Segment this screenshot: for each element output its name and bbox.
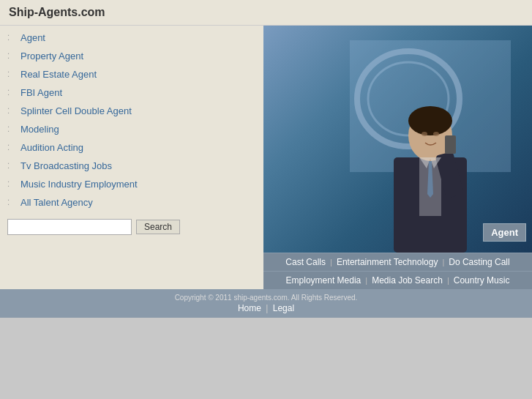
search-button[interactable]: Search xyxy=(136,220,180,234)
sidebar-item-label: Modeling xyxy=(20,124,59,135)
sidebar-item-label: All Talent Agency xyxy=(20,197,93,208)
employment-media-link[interactable]: Employment Media xyxy=(286,275,361,286)
bullet-icon: ⁚ xyxy=(7,52,15,60)
sidebar-item-property-agent[interactable]: ⁚Property Agent xyxy=(0,47,263,65)
separator-3: | xyxy=(365,276,367,285)
separator-2: | xyxy=(442,258,444,266)
sidebar-item-real-estate-agent[interactable]: ⁚Real Estate Agent xyxy=(0,65,263,83)
sidebar-item-splinter-cell-double-agent[interactable]: ⁚Splinter Cell Double Agent xyxy=(0,102,263,120)
nav-list: ⁚Agent⁚Property Agent⁚Real Estate Agent⁚… xyxy=(0,29,263,212)
svg-point-7 xyxy=(408,106,452,135)
sidebar-item-label: Tv Broadcasting Jobs xyxy=(20,160,112,171)
legal-link[interactable]: Legal xyxy=(273,303,294,313)
sidebar-item-label: Splinter Cell Double Agent xyxy=(20,105,132,116)
main-layout: ⁚Agent⁚Property Agent⁚Real Estate Agent⁚… xyxy=(0,26,532,289)
sidebar-item-agent[interactable]: ⁚Agent xyxy=(0,29,263,47)
sidebar-item-label: Property Agent xyxy=(20,51,83,61)
sidebar-item-label: Agent xyxy=(20,32,45,43)
footer-separator: | xyxy=(266,303,268,313)
bullet-icon: ⁚ xyxy=(7,34,15,42)
home-link[interactable]: Home xyxy=(238,303,261,313)
bullet-icon: ⁚ xyxy=(7,162,15,170)
below-footer xyxy=(0,318,532,399)
sidebar-item-label: Audition Acting xyxy=(20,142,83,153)
country-music-link[interactable]: Country Music xyxy=(454,275,510,286)
bottom-links: Cast Calls | Entertainment Technology | … xyxy=(263,253,532,289)
search-input[interactable] xyxy=(7,219,132,235)
entertainment-technology-link[interactable]: Entertainment Technology xyxy=(337,257,438,267)
bullet-icon: ⁚ xyxy=(7,125,15,133)
sidebar-item-label: Real Estate Agent xyxy=(20,69,97,80)
sidebar-item-tv-broadcasting-jobs[interactable]: ⁚Tv Broadcasting Jobs xyxy=(0,157,263,175)
right-panel: Agent Cast Calls | Entertainment Technol… xyxy=(263,26,532,289)
separator-4: | xyxy=(447,276,449,285)
sidebar-item-all-talent-agency[interactable]: ⁚All Talent Agency xyxy=(0,193,263,212)
link-row-1: Cast Calls | Entertainment Technology | … xyxy=(263,253,532,271)
media-job-search-link[interactable]: Media Job Search xyxy=(372,275,443,286)
sidebar-item-modeling[interactable]: ⁚Modeling xyxy=(0,120,263,138)
svg-rect-9 xyxy=(445,135,456,154)
header: Ship-Agents.com xyxy=(0,0,532,26)
bullet-icon: ⁚ xyxy=(7,180,15,188)
sidebar-item-fbi-agent[interactable]: ⁚FBI Agent xyxy=(0,83,263,102)
image-bg: Agent xyxy=(263,26,532,253)
site-title[interactable]: Ship-Agents.com xyxy=(9,6,105,18)
sidebar: ⁚Agent⁚Property Agent⁚Real Estate Agent⁚… xyxy=(0,26,263,289)
svg-point-10 xyxy=(422,132,427,136)
separator-1: | xyxy=(330,258,332,266)
cast-calls-link[interactable]: Cast Calls xyxy=(285,257,326,267)
do-casting-call-link[interactable]: Do Casting Call xyxy=(449,257,509,267)
sidebar-item-label: Music Industry Employment xyxy=(20,179,138,190)
person-image xyxy=(350,40,511,253)
footer-links: Home | Legal xyxy=(4,303,528,313)
search-area: Search xyxy=(0,212,263,242)
page-wrapper: Ship-Agents.com ⁚Agent⁚Property Agent⁚Re… xyxy=(0,0,532,399)
bullet-icon: ⁚ xyxy=(7,89,15,97)
bullet-icon: ⁚ xyxy=(7,107,15,115)
sidebar-item-label: FBI Agent xyxy=(20,87,62,98)
footer-copyright: Copyright © 2011 ship-agents.com. All Ri… xyxy=(4,294,528,302)
link-row-2: Employment Media | Media Job Search | Co… xyxy=(263,271,532,289)
bullet-icon: ⁚ xyxy=(7,198,15,206)
bullet-icon: ⁚ xyxy=(7,143,15,152)
sidebar-item-audition-acting[interactable]: ⁚Audition Acting xyxy=(0,138,263,157)
bullet-icon: ⁚ xyxy=(7,70,15,78)
agent-badge: Agent xyxy=(483,223,526,242)
sidebar-item-music-industry-employment[interactable]: ⁚Music Industry Employment xyxy=(0,175,263,193)
svg-point-11 xyxy=(433,132,439,136)
footer: Copyright © 2011 ship-agents.com. All Ri… xyxy=(0,289,532,318)
